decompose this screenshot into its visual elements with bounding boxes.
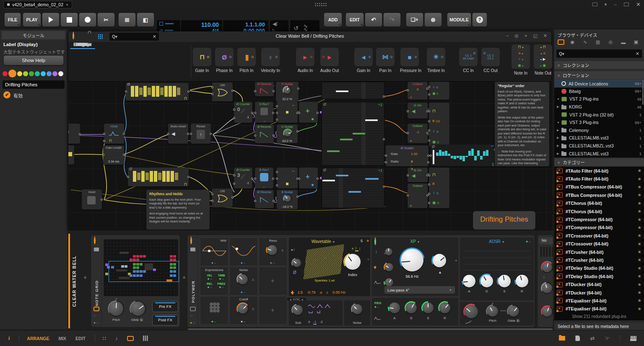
feg-s-knob[interactable] (421, 301, 435, 315)
virtual-keyboard-icon[interactable] (630, 336, 636, 341)
device-panel-toggle-icon[interactable] (127, 336, 134, 341)
palette-item-phase-in[interactable]: ØPhase In (215, 48, 234, 73)
palette-item-audio-in[interactable]: ►Audio In (296, 48, 315, 73)
add-device-button[interactable]: + (182, 274, 186, 281)
mixer-panel-toggle-icon[interactable] (143, 336, 148, 341)
sub-waveform-icons[interactable] (307, 303, 335, 314)
dual-display-button[interactable]: ◧ (137, 13, 154, 27)
mod-slot-empty[interactable]: + (259, 296, 287, 325)
clips-filter-icon[interactable]: ◎ (606, 39, 615, 45)
expander-icon[interactable]: ▼ (557, 98, 561, 101)
partial-knob[interactable] (541, 305, 553, 318)
location-row[interactable]: ▶ KORG 46 (554, 103, 644, 111)
mod-slot-dice[interactable]: ●→ (200, 296, 229, 325)
reverse-module-g[interactable]: Ø Reverse (255, 124, 274, 143)
pitches-display-b[interactable]: Ø +1 (322, 168, 384, 208)
partial-knob[interactable] (541, 282, 553, 294)
play-menu-button[interactable]: PLAY (23, 13, 41, 27)
favorite-star-icon[interactable]: ★ (637, 274, 641, 279)
popout-icon[interactable]: ◱ (533, 33, 537, 39)
mix-view-button[interactable]: MIX (58, 336, 66, 341)
show-redundant-button[interactable]: Show 211 redundant plug-ins (554, 313, 644, 320)
b-rev-button[interactable] (260, 173, 268, 181)
favorite-star-icon[interactable]: ★ (637, 266, 641, 271)
location-row[interactable]: ▶ CELESTIALMBZL.vst3 1 (554, 142, 644, 150)
note-regular-order[interactable]: "Regular" order Each of our R(ed), G(ree… (495, 82, 549, 166)
close-editor-icon[interactable]: ✕ (543, 33, 547, 39)
pitches-display-g[interactable]: Ø +2 (322, 102, 384, 165)
location-row[interactable]: VST 2 Plug-ins (32 bit) 1 (554, 111, 644, 119)
filter-freq-value[interactable]: 56.6 Hz (398, 274, 426, 279)
reset-module[interactable]: Reset ↑ (191, 124, 211, 144)
post-fx-button[interactable]: Post FX (152, 315, 178, 325)
scrollbar[interactable] (642, 80, 644, 105)
aeg-s-knob[interactable] (497, 274, 512, 289)
redo-button[interactable]: ↷ (383, 13, 401, 27)
clipped-module[interactable] (68, 145, 74, 165)
duplicate-button[interactable]: ❏+ (406, 13, 423, 27)
g-nudge-module[interactable]: G Nudge 83.0 % (277, 124, 298, 143)
add-module-g[interactable]: + (299, 102, 318, 123)
favorite-star-icon[interactable]: ★ (637, 290, 641, 295)
partial-device[interactable]: No ♀ (537, 235, 553, 328)
display-settings-icon[interactable] (592, 3, 597, 6)
poly-glide-knob[interactable] (507, 305, 520, 318)
show-help-button[interactable]: Show Help (3, 55, 64, 65)
overdub-button[interactable]: ✂ (97, 13, 115, 27)
expander-icon[interactable]: ▶ (557, 136, 561, 139)
palette-item-timbre-in[interactable]: ☀Timbre In (426, 48, 446, 73)
poly-pitch-knob[interactable] (486, 305, 499, 318)
filter-cutoff-knob[interactable] (400, 248, 425, 273)
track-name-vertical[interactable]: CLEAR WATER BELL (72, 235, 77, 328)
palette-item-velocity-in[interactable]: ♀Velocity In (261, 48, 280, 73)
palette-item-pitch-in[interactable]: |||Pitch In (237, 48, 256, 73)
color-swatch-red[interactable] (3, 71, 8, 76)
g-rev-module[interactable]: G Rev? → (255, 102, 273, 123)
favorite-star-icon[interactable]: ★ (637, 201, 641, 206)
collections-section-header[interactable]: ≡コレクション (554, 61, 644, 70)
play-button[interactable] (42, 13, 60, 27)
note-out-module-r[interactable]: ♀ 0◉ 1 (429, 82, 449, 100)
reset-trigger-button[interactable]: ↑ (197, 130, 205, 139)
favorite-star-icon[interactable]: ★ (637, 282, 641, 287)
device-power-icon[interactable] (190, 238, 192, 244)
hold-module[interactable]: Hold (82, 189, 102, 209)
osc-type-dropdown[interactable]: Wavetable ▼ (289, 239, 358, 244)
plugin-row[interactable]: #TBus Compressor (64-bit) ★ (554, 191, 644, 199)
palette-item-gate-in[interactable]: ⊓Gate In (192, 48, 212, 73)
color-swatch-lime[interactable] (23, 71, 28, 76)
octaver-module-b[interactable]: Octaver + (408, 183, 428, 208)
mod-slot-lfo[interactable]: ●→ (229, 238, 258, 266)
module-name-field[interactable]: Drifting Pitches (3, 80, 65, 89)
sub-oct-0[interactable]: 0 (308, 320, 310, 325)
project-tab[interactable]: v420_beta4_demo_02_02 × (3, 1, 72, 8)
pre-fx-button[interactable]: Pre FX (152, 301, 178, 312)
plugin-row[interactable]: #TDelay Studio (64-bit) ★ (554, 264, 644, 272)
presets-filter-icon[interactable]: ◉ (568, 39, 577, 45)
location-row[interactable]: ▶ Celemony 1 (554, 127, 644, 134)
counter-module-b[interactable]: Ø Counter 3 ⟋ 4 (234, 168, 252, 188)
g-on-module[interactable]: G On ◀ (408, 103, 428, 119)
plugin-row[interactable]: #TCrusher (64-bit) ★ (554, 256, 644, 264)
palette-item-note-in[interactable]: ⊓ ●≡ ●♀ ●◉ ●Note In (511, 44, 530, 75)
sub-knob[interactable] (291, 304, 304, 316)
osc-detune[interactable]: -0.79 (307, 290, 316, 294)
filter-type-dropdown[interactable]: XP ▼ (372, 239, 458, 244)
location-row[interactable]: Bitwig 99+ (554, 88, 644, 96)
mod-slot-mw[interactable]: MW ●→ (200, 238, 229, 266)
favorite-star-icon[interactable]: ★ (637, 184, 641, 190)
or-module[interactable]: OR (212, 188, 233, 207)
maximize-icon[interactable] (624, 3, 629, 6)
inspector-panel-toggle-icon[interactable] (575, 336, 580, 341)
plugin-row[interactable]: #TCompressor (64-bit) ★ (554, 215, 644, 223)
location-row[interactable]: ▶ CELESTIALME.vst3 1 (554, 150, 644, 158)
minimize-icon[interactable]: – (614, 2, 617, 8)
r-nudge-module[interactable]: R Nudge 32.0 % (276, 82, 299, 102)
note-grid-device[interactable]: NOTE GRID ∷ ●→ (91, 235, 180, 328)
velocity-depth-knob[interactable] (463, 304, 479, 320)
pads-button[interactable]: ⊞ (118, 13, 136, 27)
favorite-star-icon[interactable]: ★ (637, 249, 641, 255)
edit-button[interactable]: EDIT (345, 13, 364, 27)
retrigger-icon[interactable]: ▸↑ (291, 248, 295, 252)
close-icon[interactable]: ✕ (636, 1, 641, 8)
